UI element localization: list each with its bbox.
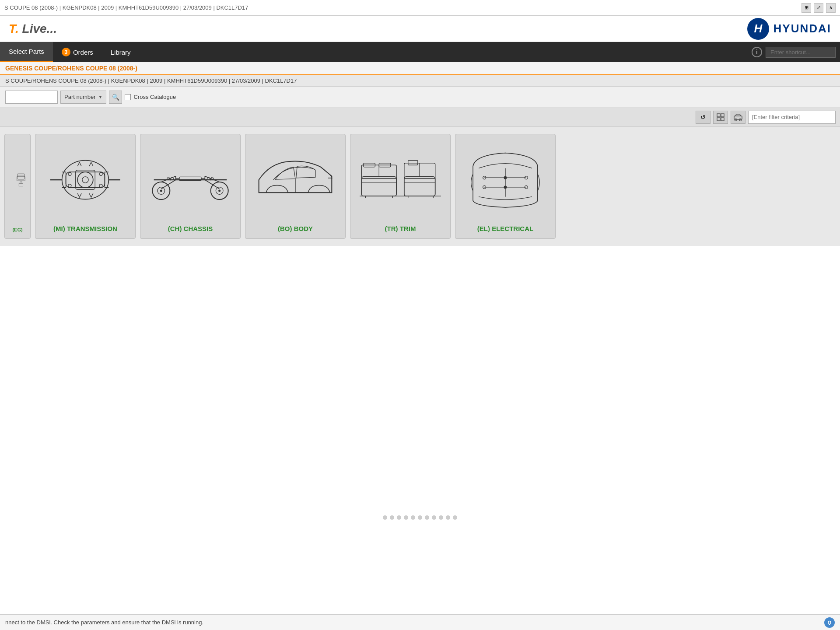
electrical-image <box>455 134 555 225</box>
svg-point-8 <box>739 119 742 121</box>
svg-rect-4 <box>717 118 720 121</box>
chassis-label: (CH) CHASSIS <box>168 225 213 232</box>
engine-image <box>5 134 30 227</box>
status-icon <box>824 617 835 628</box>
categories-area: (EG) <box>0 127 840 246</box>
svg-rect-24 <box>76 170 95 189</box>
svg-rect-48 <box>404 177 435 196</box>
page-dot-4[interactable] <box>404 515 408 520</box>
engine-label: (EG) <box>12 227 22 232</box>
search-type-label: Part number <box>64 94 96 100</box>
page-dot-2[interactable] <box>390 515 394 520</box>
grid-view-button[interactable] <box>713 111 728 124</box>
trim-label: (TR) TRIM <box>385 225 416 232</box>
svg-point-21 <box>99 172 102 175</box>
status-message: nnect to the DMSi. Check the parameters … <box>5 619 203 626</box>
trim-image <box>350 134 450 225</box>
tab-library-label: Library <box>111 49 131 56</box>
svg-point-40 <box>218 189 220 192</box>
page-dot-1[interactable] <box>383 515 387 520</box>
vin-bar: S COUPE/ROHENS COUPE 08 (2008-) | KGENPD… <box>0 75 840 87</box>
category-card-electrical[interactable]: (EL) ELECTRICAL <box>455 134 556 239</box>
window-controls: ⊞ ⤢ ∧ <box>802 3 836 13</box>
info-icon[interactable]: i <box>752 47 762 57</box>
page-dot-10[interactable] <box>446 515 450 520</box>
body-label: (BO) BODY <box>278 225 313 232</box>
resize-icon[interactable]: ⤢ <box>814 3 823 13</box>
close-icon[interactable]: ∧ <box>826 3 836 13</box>
svg-point-20 <box>68 172 71 175</box>
app-header: T. Live... H HYUNDAI <box>0 16 840 42</box>
search-type-dropdown[interactable]: Part number ▼ <box>60 91 106 104</box>
window-title: S COUPE 08 (2008-) | KGENPDK08 | 2009 | … <box>4 4 802 11</box>
shortcut-input[interactable] <box>766 47 836 58</box>
nav-right: i <box>752 47 840 58</box>
logo-name: Live... <box>22 22 57 35</box>
svg-rect-15 <box>66 172 105 188</box>
search-bar: Part number ▼ 🔍 Cross Catalogue <box>0 87 840 108</box>
tab-select-parts[interactable]: Select Parts <box>0 42 53 62</box>
tab-library[interactable]: Library <box>102 42 140 62</box>
svg-point-67 <box>504 176 507 179</box>
page-dot-8[interactable] <box>432 515 436 520</box>
tab-orders-label: Orders <box>73 49 93 56</box>
svg-point-16 <box>77 172 93 188</box>
svg-rect-2 <box>717 114 720 117</box>
filter-input[interactable] <box>748 111 836 124</box>
category-card-transmission[interactable]: (MI) TRANSMISSION <box>35 134 136 239</box>
page-dot-11[interactable] <box>453 515 457 520</box>
refresh-icon: ↺ <box>700 114 706 121</box>
svg-point-22 <box>68 184 71 187</box>
transmission-image <box>35 134 135 225</box>
breadcrumb-text: GENESIS COUPE/ROHENS COUPE 08 (2008-) <box>5 65 137 72</box>
cross-catalogue-checkbox[interactable] <box>125 94 131 100</box>
page-dot-6[interactable] <box>418 515 422 520</box>
svg-rect-5 <box>721 118 724 121</box>
page-dot-7[interactable] <box>425 515 429 520</box>
electrical-label: (EL) ELECTRICAL <box>477 225 533 232</box>
car-icon <box>733 113 743 121</box>
category-card-chassis[interactable]: (CH) CHASSIS <box>140 134 241 239</box>
tab-orders[interactable]: 3 Orders <box>53 42 102 62</box>
svg-rect-3 <box>721 114 724 117</box>
search-input[interactable] <box>5 91 58 104</box>
status-bar: nnect to the DMSi. Check the parameters … <box>0 614 840 630</box>
category-card-trim[interactable]: (TR) TRIM <box>350 134 451 239</box>
svg-point-23 <box>99 184 102 187</box>
tab-select-parts-label: Select Parts <box>9 48 44 55</box>
title-bar: S COUPE 08 (2008-) | KGENPDK08 | 2009 | … <box>0 0 840 16</box>
car-view-button[interactable] <box>731 111 746 124</box>
category-card-body[interactable]: (BO) BODY <box>245 134 346 239</box>
page-dot-3[interactable] <box>397 515 401 520</box>
chassis-image <box>140 134 240 225</box>
app-logo: T. Live... <box>9 22 57 36</box>
search-button[interactable]: 🔍 <box>109 91 122 104</box>
dropdown-arrow-icon: ▼ <box>98 94 103 99</box>
hyundai-logo: H HYUNDAI <box>747 18 831 40</box>
transmission-label: (MI) TRANSMISSION <box>53 225 117 232</box>
vin-text: S COUPE/ROHENS COUPE 08 (2008-) | KGENPD… <box>5 77 297 84</box>
refresh-button[interactable]: ↺ <box>696 111 710 124</box>
svg-point-14 <box>62 160 109 199</box>
svg-point-68 <box>504 186 507 189</box>
nav-bar: Select Parts 3 Orders Library i <box>0 42 840 62</box>
grid-icon[interactable]: ⊞ <box>802 3 811 13</box>
svg-rect-50 <box>408 161 418 165</box>
cross-catalogue-label: Cross Catalogue <box>133 94 176 100</box>
body-image <box>245 134 345 225</box>
page-dot-5[interactable] <box>411 515 415 520</box>
grid-view-icon <box>717 113 724 121</box>
breadcrumb: GENESIS COUPE/ROHENS COUPE 08 (2008-) <box>0 62 840 75</box>
svg-rect-13 <box>19 183 23 186</box>
svg-point-17 <box>82 176 88 182</box>
toolbar: ↺ <box>0 108 840 127</box>
pagination <box>0 508 840 527</box>
svg-point-39 <box>160 189 162 192</box>
cross-catalogue-checkbox-area[interactable]: Cross Catalogue <box>125 94 176 100</box>
page-dot-9[interactable] <box>439 515 443 520</box>
search-icon: 🔍 <box>112 94 119 101</box>
logo-prefix: T. <box>9 22 19 35</box>
category-card-engine[interactable]: (EG) <box>4 134 31 239</box>
main-content-area <box>0 246 840 508</box>
hyundai-h-emblem: H <box>747 18 769 40</box>
